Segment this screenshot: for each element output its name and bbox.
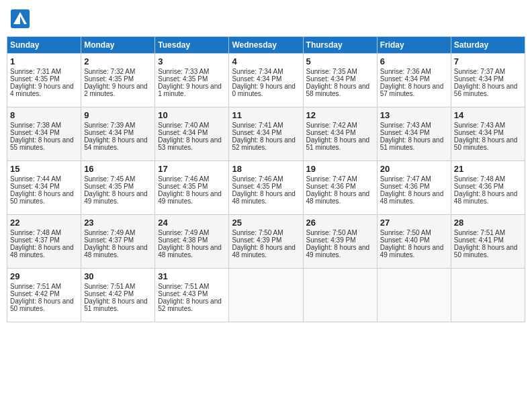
sunrise-text: Sunrise: 7:51 AM: [10, 283, 61, 290]
page-header: [7, 7, 525, 31]
sunrise-text: Sunrise: 7:46 AM: [158, 175, 209, 183]
calendar-cell: 24Sunrise: 7:49 AMSunset: 4:38 PMDayligh…: [155, 215, 229, 269]
week-row-4: 22Sunrise: 7:48 AMSunset: 4:37 PMDayligh…: [7, 215, 525, 269]
daylight-text: Daylight: 8 hours and 50 minutes.: [454, 244, 518, 259]
sunrise-text: Sunrise: 7:50 AM: [380, 229, 431, 236]
daylight-text: Daylight: 9 hours and 1 minute.: [158, 83, 222, 97]
sunrise-text: Sunrise: 7:31 AM: [10, 68, 61, 75]
daylight-text: Daylight: 8 hours and 50 minutes.: [10, 298, 74, 312]
day-number: 24: [158, 218, 226, 228]
day-number: 18: [232, 164, 300, 174]
daylight-text: Daylight: 9 hours and 2 minutes.: [84, 83, 148, 97]
calendar-cell: [303, 269, 377, 322]
sunrise-text: Sunrise: 7:48 AM: [454, 175, 505, 183]
sunrise-text: Sunrise: 7:32 AM: [84, 68, 135, 75]
daylight-text: Daylight: 8 hours and 48 minutes.: [10, 244, 74, 259]
sunrise-text: Sunrise: 7:43 AM: [380, 122, 431, 129]
sunrise-text: Sunrise: 7:45 AM: [84, 175, 135, 183]
calendar-cell: [451, 269, 525, 322]
col-header-sunday: Sunday: [7, 37, 81, 54]
day-number: 30: [84, 271, 152, 281]
sunset-text: Sunset: 4:34 PM: [10, 129, 60, 136]
sunrise-text: Sunrise: 7:48 AM: [10, 229, 61, 236]
sunset-text: Sunset: 4:35 PM: [84, 183, 134, 190]
calendar-cell: 21Sunrise: 7:48 AMSunset: 4:36 PMDayligh…: [451, 161, 525, 215]
sunset-text: Sunset: 4:37 PM: [84, 236, 134, 244]
sunrise-text: Sunrise: 7:42 AM: [306, 122, 357, 129]
sunrise-text: Sunrise: 7:38 AM: [10, 122, 61, 129]
calendar-cell: 10Sunrise: 7:40 AMSunset: 4:34 PMDayligh…: [155, 107, 229, 161]
sunset-text: Sunset: 4:36 PM: [306, 183, 356, 190]
calendar-cell: 26Sunrise: 7:50 AMSunset: 4:39 PMDayligh…: [303, 215, 377, 269]
logo-icon: [11, 9, 30, 28]
day-number: 3: [158, 56, 226, 66]
daylight-text: Daylight: 8 hours and 49 minutes.: [380, 244, 444, 259]
sunset-text: Sunset: 4:34 PM: [232, 75, 281, 83]
sunset-text: Sunset: 4:36 PM: [454, 183, 504, 190]
calendar-cell: 6Sunrise: 7:36 AMSunset: 4:34 PMDaylight…: [377, 54, 451, 107]
sunrise-text: Sunrise: 7:47 AM: [306, 175, 357, 183]
calendar-cell: 13Sunrise: 7:43 AMSunset: 4:34 PMDayligh…: [377, 107, 451, 161]
sunset-text: Sunset: 4:34 PM: [380, 75, 430, 83]
calendar-cell: 5Sunrise: 7:35 AMSunset: 4:34 PMDaylight…: [303, 54, 377, 107]
calendar-table: SundayMondayTuesdayWednesdayThursdayFrid…: [7, 36, 525, 322]
sunrise-text: Sunrise: 7:40 AM: [158, 122, 209, 129]
daylight-text: Daylight: 8 hours and 52 minutes.: [232, 136, 296, 151]
sunrise-text: Sunrise: 7:50 AM: [232, 229, 283, 236]
day-number: 22: [10, 218, 78, 228]
sunset-text: Sunset: 4:35 PM: [10, 75, 60, 83]
calendar-cell: 22Sunrise: 7:48 AMSunset: 4:37 PMDayligh…: [7, 215, 81, 269]
week-row-5: 29Sunrise: 7:51 AMSunset: 4:42 PMDayligh…: [7, 269, 525, 322]
day-number: 29: [10, 271, 78, 281]
day-number: 10: [158, 110, 226, 120]
calendar-cell: 29Sunrise: 7:51 AMSunset: 4:42 PMDayligh…: [7, 269, 81, 322]
sunrise-text: Sunrise: 7:36 AM: [380, 68, 431, 75]
daylight-text: Daylight: 8 hours and 51 minutes.: [380, 136, 444, 151]
logo: [11, 9, 32, 28]
sunrise-text: Sunrise: 7:37 AM: [454, 68, 505, 75]
daylight-text: Daylight: 8 hours and 49 minutes.: [306, 244, 370, 259]
day-number: 16: [84, 164, 152, 174]
daylight-text: Daylight: 8 hours and 49 minutes.: [158, 190, 222, 205]
day-number: 19: [306, 164, 374, 174]
day-number: 21: [454, 164, 522, 174]
calendar-cell: 7Sunrise: 7:37 AMSunset: 4:34 PMDaylight…: [451, 54, 525, 107]
daylight-text: Daylight: 8 hours and 48 minutes.: [454, 190, 518, 205]
daylight-text: Daylight: 8 hours and 56 minutes.: [454, 83, 518, 97]
day-number: 23: [84, 218, 152, 228]
sunset-text: Sunset: 4:35 PM: [232, 183, 281, 190]
daylight-text: Daylight: 8 hours and 51 minutes.: [306, 136, 370, 151]
daylight-text: Daylight: 8 hours and 52 minutes.: [158, 298, 222, 312]
col-header-friday: Friday: [377, 37, 451, 54]
day-number: 4: [232, 56, 300, 66]
calendar-cell: 16Sunrise: 7:45 AMSunset: 4:35 PMDayligh…: [81, 161, 155, 215]
day-number: 6: [380, 56, 448, 66]
sunrise-text: Sunrise: 7:41 AM: [232, 122, 283, 129]
day-number: 25: [232, 218, 300, 228]
calendar-cell: 28Sunrise: 7:51 AMSunset: 4:41 PMDayligh…: [451, 215, 525, 269]
day-number: 8: [10, 110, 78, 120]
sunset-text: Sunset: 4:34 PM: [380, 129, 430, 136]
sunset-text: Sunset: 4:34 PM: [232, 129, 281, 136]
day-number: 28: [454, 218, 522, 228]
col-header-wednesday: Wednesday: [229, 37, 303, 54]
sunset-text: Sunset: 4:39 PM: [306, 236, 356, 244]
sunset-text: Sunset: 4:39 PM: [232, 236, 281, 244]
week-row-2: 8Sunrise: 7:38 AMSunset: 4:34 PMDaylight…: [7, 107, 525, 161]
sunrise-text: Sunrise: 7:39 AM: [84, 122, 135, 129]
daylight-text: Daylight: 8 hours and 48 minutes.: [84, 244, 148, 259]
day-number: 11: [232, 110, 300, 120]
calendar-cell: 23Sunrise: 7:49 AMSunset: 4:37 PMDayligh…: [81, 215, 155, 269]
sunset-text: Sunset: 4:34 PM: [306, 129, 356, 136]
daylight-text: Daylight: 8 hours and 54 minutes.: [84, 136, 148, 151]
day-number: 7: [454, 56, 522, 66]
calendar-cell: 15Sunrise: 7:44 AMSunset: 4:34 PMDayligh…: [7, 161, 81, 215]
day-number: 13: [380, 110, 448, 120]
calendar-cell: 12Sunrise: 7:42 AMSunset: 4:34 PMDayligh…: [303, 107, 377, 161]
header-row: SundayMondayTuesdayWednesdayThursdayFrid…: [7, 37, 525, 54]
calendar-cell: 27Sunrise: 7:50 AMSunset: 4:40 PMDayligh…: [377, 215, 451, 269]
sunset-text: Sunset: 4:38 PM: [158, 236, 208, 244]
sunset-text: Sunset: 4:35 PM: [158, 75, 208, 83]
sunrise-text: Sunrise: 7:44 AM: [10, 175, 61, 183]
day-number: 5: [306, 56, 374, 66]
